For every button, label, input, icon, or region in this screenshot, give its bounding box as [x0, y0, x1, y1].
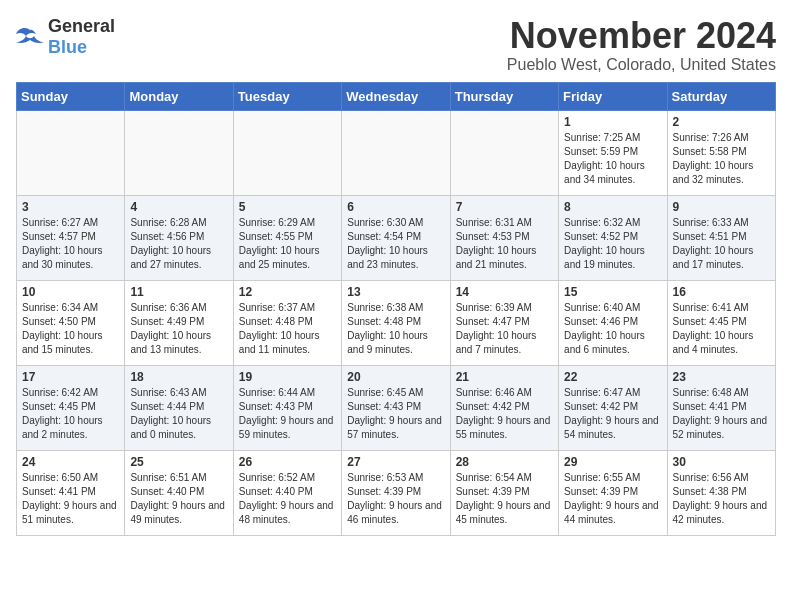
day-info: Sunrise: 6:47 AM Sunset: 4:42 PM Dayligh… [564, 386, 661, 442]
calendar-cell: 15Sunrise: 6:40 AM Sunset: 4:46 PM Dayli… [559, 280, 667, 365]
calendar-cell: 20Sunrise: 6:45 AM Sunset: 4:43 PM Dayli… [342, 365, 450, 450]
day-info: Sunrise: 6:33 AM Sunset: 4:51 PM Dayligh… [673, 216, 770, 272]
day-number: 26 [239, 455, 336, 469]
calendar-cell: 8Sunrise: 6:32 AM Sunset: 4:52 PM Daylig… [559, 195, 667, 280]
day-number: 11 [130, 285, 227, 299]
calendar-cell: 4Sunrise: 6:28 AM Sunset: 4:56 PM Daylig… [125, 195, 233, 280]
day-info: Sunrise: 6:34 AM Sunset: 4:50 PM Dayligh… [22, 301, 119, 357]
day-number: 17 [22, 370, 119, 384]
day-number: 21 [456, 370, 553, 384]
calendar-week-row: 17Sunrise: 6:42 AM Sunset: 4:45 PM Dayli… [17, 365, 776, 450]
month-title: November 2024 [507, 16, 776, 56]
calendar-table: SundayMondayTuesdayWednesdayThursdayFrid… [16, 82, 776, 536]
day-info: Sunrise: 6:30 AM Sunset: 4:54 PM Dayligh… [347, 216, 444, 272]
day-number: 27 [347, 455, 444, 469]
calendar-cell: 22Sunrise: 6:47 AM Sunset: 4:42 PM Dayli… [559, 365, 667, 450]
calendar-header-monday: Monday [125, 82, 233, 110]
day-number: 18 [130, 370, 227, 384]
day-info: Sunrise: 6:43 AM Sunset: 4:44 PM Dayligh… [130, 386, 227, 442]
logo-icon [16, 26, 44, 48]
day-number: 8 [564, 200, 661, 214]
calendar-cell [233, 110, 341, 195]
logo-text: General Blue [48, 16, 115, 58]
day-number: 30 [673, 455, 770, 469]
location-title: Pueblo West, Colorado, United States [507, 56, 776, 74]
day-number: 6 [347, 200, 444, 214]
calendar-cell: 14Sunrise: 6:39 AM Sunset: 4:47 PM Dayli… [450, 280, 558, 365]
day-info: Sunrise: 6:38 AM Sunset: 4:48 PM Dayligh… [347, 301, 444, 357]
calendar-week-row: 10Sunrise: 6:34 AM Sunset: 4:50 PM Dayli… [17, 280, 776, 365]
day-number: 14 [456, 285, 553, 299]
calendar-cell [342, 110, 450, 195]
logo-general: General [48, 16, 115, 36]
day-number: 29 [564, 455, 661, 469]
day-info: Sunrise: 6:42 AM Sunset: 4:45 PM Dayligh… [22, 386, 119, 442]
day-number: 12 [239, 285, 336, 299]
calendar-cell: 5Sunrise: 6:29 AM Sunset: 4:55 PM Daylig… [233, 195, 341, 280]
day-info: Sunrise: 6:50 AM Sunset: 4:41 PM Dayligh… [22, 471, 119, 527]
calendar-header-row: SundayMondayTuesdayWednesdayThursdayFrid… [17, 82, 776, 110]
calendar-cell [450, 110, 558, 195]
calendar-cell: 26Sunrise: 6:52 AM Sunset: 4:40 PM Dayli… [233, 450, 341, 535]
day-number: 5 [239, 200, 336, 214]
day-number: 4 [130, 200, 227, 214]
logo-blue: Blue [48, 37, 87, 57]
calendar-week-row: 1Sunrise: 7:25 AM Sunset: 5:59 PM Daylig… [17, 110, 776, 195]
day-number: 7 [456, 200, 553, 214]
day-info: Sunrise: 6:46 AM Sunset: 4:42 PM Dayligh… [456, 386, 553, 442]
calendar-cell: 1Sunrise: 7:25 AM Sunset: 5:59 PM Daylig… [559, 110, 667, 195]
day-info: Sunrise: 6:28 AM Sunset: 4:56 PM Dayligh… [130, 216, 227, 272]
day-number: 3 [22, 200, 119, 214]
day-info: Sunrise: 6:53 AM Sunset: 4:39 PM Dayligh… [347, 471, 444, 527]
day-number: 13 [347, 285, 444, 299]
day-info: Sunrise: 6:32 AM Sunset: 4:52 PM Dayligh… [564, 216, 661, 272]
day-number: 24 [22, 455, 119, 469]
calendar-week-row: 24Sunrise: 6:50 AM Sunset: 4:41 PM Dayli… [17, 450, 776, 535]
day-info: Sunrise: 6:29 AM Sunset: 4:55 PM Dayligh… [239, 216, 336, 272]
calendar-cell: 21Sunrise: 6:46 AM Sunset: 4:42 PM Dayli… [450, 365, 558, 450]
calendar-cell: 24Sunrise: 6:50 AM Sunset: 4:41 PM Dayli… [17, 450, 125, 535]
day-number: 2 [673, 115, 770, 129]
day-number: 15 [564, 285, 661, 299]
calendar-cell: 2Sunrise: 7:26 AM Sunset: 5:58 PM Daylig… [667, 110, 775, 195]
calendar-cell: 12Sunrise: 6:37 AM Sunset: 4:48 PM Dayli… [233, 280, 341, 365]
day-info: Sunrise: 6:40 AM Sunset: 4:46 PM Dayligh… [564, 301, 661, 357]
calendar-header-friday: Friday [559, 82, 667, 110]
day-info: Sunrise: 6:51 AM Sunset: 4:40 PM Dayligh… [130, 471, 227, 527]
day-number: 28 [456, 455, 553, 469]
day-info: Sunrise: 6:39 AM Sunset: 4:47 PM Dayligh… [456, 301, 553, 357]
title-area: November 2024 Pueblo West, Colorado, Uni… [507, 16, 776, 74]
day-info: Sunrise: 6:44 AM Sunset: 4:43 PM Dayligh… [239, 386, 336, 442]
day-info: Sunrise: 6:54 AM Sunset: 4:39 PM Dayligh… [456, 471, 553, 527]
calendar-cell: 25Sunrise: 6:51 AM Sunset: 4:40 PM Dayli… [125, 450, 233, 535]
day-info: Sunrise: 6:48 AM Sunset: 4:41 PM Dayligh… [673, 386, 770, 442]
calendar-week-row: 3Sunrise: 6:27 AM Sunset: 4:57 PM Daylig… [17, 195, 776, 280]
calendar-cell: 19Sunrise: 6:44 AM Sunset: 4:43 PM Dayli… [233, 365, 341, 450]
day-info: Sunrise: 6:31 AM Sunset: 4:53 PM Dayligh… [456, 216, 553, 272]
calendar-cell: 3Sunrise: 6:27 AM Sunset: 4:57 PM Daylig… [17, 195, 125, 280]
calendar-header-saturday: Saturday [667, 82, 775, 110]
calendar-cell: 11Sunrise: 6:36 AM Sunset: 4:49 PM Dayli… [125, 280, 233, 365]
day-info: Sunrise: 6:45 AM Sunset: 4:43 PM Dayligh… [347, 386, 444, 442]
header: General Blue November 2024 Pueblo West, … [16, 16, 776, 74]
calendar-cell [17, 110, 125, 195]
calendar-cell: 6Sunrise: 6:30 AM Sunset: 4:54 PM Daylig… [342, 195, 450, 280]
day-info: Sunrise: 6:41 AM Sunset: 4:45 PM Dayligh… [673, 301, 770, 357]
calendar-cell: 23Sunrise: 6:48 AM Sunset: 4:41 PM Dayli… [667, 365, 775, 450]
day-number: 20 [347, 370, 444, 384]
calendar-cell: 30Sunrise: 6:56 AM Sunset: 4:38 PM Dayli… [667, 450, 775, 535]
calendar-cell: 27Sunrise: 6:53 AM Sunset: 4:39 PM Dayli… [342, 450, 450, 535]
calendar-header-wednesday: Wednesday [342, 82, 450, 110]
calendar-cell: 29Sunrise: 6:55 AM Sunset: 4:39 PM Dayli… [559, 450, 667, 535]
calendar-cell [125, 110, 233, 195]
day-number: 19 [239, 370, 336, 384]
day-number: 9 [673, 200, 770, 214]
calendar-cell: 9Sunrise: 6:33 AM Sunset: 4:51 PM Daylig… [667, 195, 775, 280]
day-info: Sunrise: 6:52 AM Sunset: 4:40 PM Dayligh… [239, 471, 336, 527]
calendar-header-thursday: Thursday [450, 82, 558, 110]
day-number: 10 [22, 285, 119, 299]
day-info: Sunrise: 6:27 AM Sunset: 4:57 PM Dayligh… [22, 216, 119, 272]
day-info: Sunrise: 6:37 AM Sunset: 4:48 PM Dayligh… [239, 301, 336, 357]
calendar-cell: 28Sunrise: 6:54 AM Sunset: 4:39 PM Dayli… [450, 450, 558, 535]
calendar-cell: 16Sunrise: 6:41 AM Sunset: 4:45 PM Dayli… [667, 280, 775, 365]
